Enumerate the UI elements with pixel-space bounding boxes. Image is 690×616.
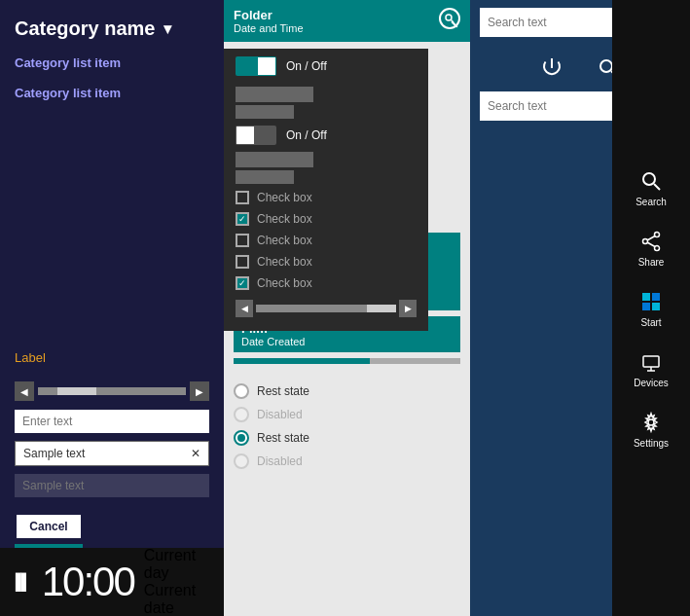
dropdown-scroll-track	[256, 305, 396, 312]
radio-row-2: Disabled	[234, 403, 460, 426]
radio-label-4: Disabled	[257, 454, 303, 468]
power-icon[interactable]	[538, 54, 565, 82]
scroll-next-button[interactable]: ▶	[190, 381, 209, 401]
clear-input-button[interactable]: ✕	[191, 447, 200, 460]
svg-line-14	[647, 242, 655, 247]
svg-point-0	[446, 15, 452, 20]
checkbox-row-4: Check box	[224, 251, 428, 272]
toggle-label-1: On / Off	[286, 59, 327, 73]
dropdown-scrollbar: ◀ ▶	[236, 300, 417, 317]
folder-search-icon[interactable]	[439, 8, 460, 29]
checkbox-row-3: Check box	[224, 230, 428, 251]
toggle-off-1[interactable]	[236, 126, 276, 145]
toggle-label-2: On / Off	[286, 128, 327, 142]
svg-point-8	[643, 173, 655, 185]
progress-fill	[234, 358, 370, 364]
radio-3[interactable]	[234, 430, 249, 446]
sample-text-value: Sample text	[23, 447, 85, 460]
form-label: Label	[0, 343, 224, 373]
dropdown-scroll-next[interactable]: ▶	[399, 300, 417, 317]
scroll-bar: ◀ ▶	[0, 377, 224, 406]
charms-bar: Search Share	[612, 0, 690, 616]
radio-label-1: Rest state	[257, 384, 309, 398]
radio-4	[234, 453, 249, 469]
svg-point-10	[655, 233, 660, 237]
cancel-button[interactable]: Cancel	[15, 513, 83, 540]
middle-panel: Folder Date and Time On / Off On / Off	[224, 0, 470, 616]
charm-start[interactable]: Start	[612, 280, 690, 336]
toggle-on-1[interactable]	[236, 56, 276, 76]
signal-icon: ▐▌	[10, 573, 32, 591]
folder-sub: Date and Time	[234, 22, 304, 34]
checkbox-1[interactable]	[236, 191, 249, 204]
checkbox-label-5: Check box	[257, 276, 312, 290]
charm-devices-icon	[637, 348, 665, 376]
category-header[interactable]: Category name ▾	[0, 10, 224, 48]
charm-search-label: Search	[636, 197, 667, 207]
charm-start-label: Start	[640, 317, 661, 328]
dropdown-scroll-thumb	[367, 305, 396, 312]
radio-label-3: Rest state	[257, 431, 309, 445]
grey-bar-2	[236, 105, 294, 119]
charm-search-icon	[637, 167, 665, 195]
svg-point-4	[600, 60, 612, 72]
charm-share-label: Share	[638, 257, 665, 268]
charm-share[interactable]: Share	[612, 220, 690, 275]
sample-text-input-wrapper: Sample text ✕	[15, 441, 209, 466]
scroll-thumb	[57, 387, 96, 395]
charm-search[interactable]: Search	[612, 160, 690, 215]
checkbox-label-3: Check box	[257, 234, 312, 247]
checkbox-5[interactable]: ✓	[236, 276, 249, 290]
radio-section: Rest state Disabled Rest state Disabled	[224, 372, 470, 481]
category-name-label: Category name	[15, 18, 156, 40]
left-panel: Category name ▾ Category list item Categ…	[0, 0, 224, 616]
dropdown-overlay: On / Off On / Off Check box ✓ Check box …	[224, 49, 428, 331]
grey-bar-3	[236, 152, 313, 167]
svg-rect-15	[642, 293, 650, 301]
charm-devices[interactable]: Devices	[612, 341, 690, 396]
taskbar-time: 10:00	[42, 559, 134, 605]
checkbox-2[interactable]: ✓	[236, 212, 249, 226]
scroll-prev-button[interactable]: ◀	[15, 381, 34, 401]
radio-1[interactable]	[234, 383, 249, 399]
charm-share-icon	[637, 228, 665, 255]
charm-settings-label: Settings	[634, 438, 669, 449]
folder-info: Folder Date and Time	[234, 8, 304, 34]
checkbox-label-4: Check box	[257, 255, 312, 269]
svg-rect-19	[643, 356, 659, 367]
checkbox-3[interactable]	[236, 234, 249, 247]
radio-row-3: Rest state	[234, 426, 460, 450]
checkbox-row-1: Check box	[224, 187, 428, 208]
radio-2	[234, 407, 249, 422]
charm-settings-icon	[637, 409, 665, 436]
dropdown-scroll-prev[interactable]: ◀	[236, 300, 253, 317]
checkbox-label-2: Check box	[257, 212, 312, 226]
radio-inner-3	[237, 434, 245, 442]
charm-settings[interactable]: Settings	[612, 401, 690, 456]
svg-rect-18	[652, 303, 660, 310]
checkbox-row-5: ✓ Check box	[224, 272, 428, 294]
grey-bar-4	[236, 170, 294, 184]
svg-point-11	[655, 246, 660, 251]
enter-text-input[interactable]	[15, 410, 209, 433]
radio-label-2: Disabled	[257, 408, 303, 421]
charm-devices-label: Devices	[634, 378, 669, 388]
chevron-down-icon: ▾	[163, 19, 171, 38]
sidebar-item-1[interactable]: Category list item	[0, 48, 224, 78]
svg-line-13	[647, 236, 655, 241]
sample-text-input[interactable]	[15, 474, 209, 497]
checkbox-4[interactable]	[236, 255, 249, 269]
radio-row-4: Disabled	[234, 450, 460, 473]
folder-bar: Folder Date and Time	[224, 0, 470, 42]
svg-point-12	[643, 239, 648, 244]
checkbox-row-2: ✓ Check box	[224, 208, 428, 230]
taskbar-date: Current date	[144, 582, 214, 616]
scroll-track	[38, 387, 186, 395]
radio-row-1: Rest state	[234, 380, 460, 403]
taskbar-day: Current day	[144, 547, 214, 582]
svg-line-9	[654, 184, 660, 190]
svg-rect-16	[652, 293, 660, 301]
sidebar-item-2[interactable]: Category list item	[0, 78, 224, 108]
folder-label: Folder	[234, 8, 304, 22]
checkbox-label-1: Check box	[257, 191, 312, 204]
